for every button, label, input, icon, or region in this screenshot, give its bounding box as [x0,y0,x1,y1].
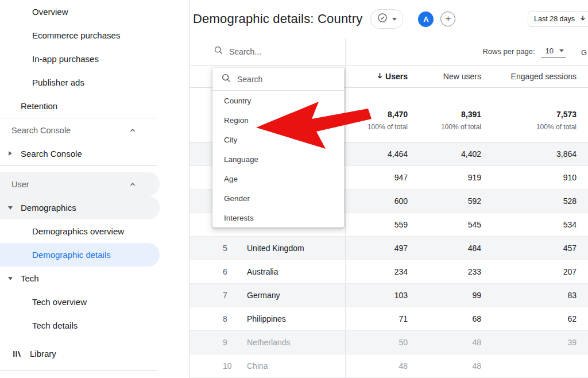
dropdown-option-region[interactable]: Region [212,110,344,130]
page-title: Demographic details: Country [193,11,362,26]
dropdown-option-interests[interactable]: Interests [212,208,344,227]
dropdown-search[interactable] [212,68,344,91]
rows-per-page: Rows per page: 10 [346,38,588,65]
search-icon [221,73,231,86]
dimension-cell: 7Germany [189,284,346,307]
country-name: Australia [247,267,278,276]
sidebar-item-tech-overview[interactable]: Tech overview [0,290,189,314]
engaged-sessions-value: 39 [481,331,588,354]
engaged-sessions-value [481,354,588,377]
triangle-down-icon [8,206,13,210]
dimension-cell: 9Netherlands [189,331,346,354]
users-value: 103 [346,284,408,307]
new-users-value: 484 [408,237,481,260]
dropdown-option-age[interactable]: Age [212,169,344,188]
engaged-sessions-value: 83 [481,284,588,307]
table-search-input[interactable] [229,47,315,56]
table-row[interactable]: 9Netherlands 50 48 39 [189,331,588,354]
avatar[interactable]: A [418,11,434,27]
country-name: Philippines [247,314,286,323]
sidebar-item-demographics[interactable]: Demographics [0,196,160,219]
total-percent: 100% of total [441,123,481,131]
new-users-value: 48 [408,354,481,377]
column-header-users[interactable]: Users [346,65,408,87]
column-header-engaged-sessions[interactable]: Engaged sessions [481,65,588,87]
users-value: 4,464 [346,142,408,165]
users-value: 497 [346,237,408,260]
sidebar-item-retention[interactable]: Retention [0,94,189,118]
engaged-sessions-value: 528 [481,190,588,213]
new-users-value: 233 [408,260,481,283]
dropdown-option-language[interactable]: Language [212,149,344,169]
engaged-sessions-value: 207 [481,260,588,283]
sidebar-item-publisher-ads[interactable]: Publisher ads [0,71,189,94]
sidebar-item-label: Demographics [21,203,76,213]
sidebar-item-tech[interactable]: Tech [0,267,189,290]
table-row[interactable]: 8Philippines 71 68 62 [189,307,588,331]
dimension-cell: 6Australia [189,260,346,283]
search-icon [214,45,223,57]
sidebar-item-demographic-details[interactable]: Demographic details [0,243,160,267]
new-users-value: 99 [408,284,481,307]
table-row[interactable]: 7Germany 103 99 83 [189,284,588,307]
data-quality-badge[interactable] [370,9,403,29]
totals-new-users: 8,391 100% of total [408,88,481,142]
check-circle-icon [377,12,388,26]
users-value: 71 [346,307,408,330]
country-name: Netherlands [247,338,291,347]
table-row[interactable]: 6Australia 234 233 207 [189,260,588,284]
engaged-sessions-value: 62 [481,307,588,330]
row-rank: 7 [223,291,247,300]
triangle-right-icon [9,151,12,156]
sidebar-section-label: Search Console [11,126,71,135]
total-percent: 100% of total [536,123,577,131]
sidebar-item-overview[interactable]: Overview [0,0,189,24]
sidebar-item-demographics-overview[interactable]: Demographics overview [0,219,189,243]
row-rank: 9 [223,338,247,347]
column-label: New users [443,72,481,81]
new-users-value: 919 [408,166,481,189]
sidebar-item-library[interactable]: Library [0,342,189,365]
go-to-label-partial: G [581,48,587,57]
table-row[interactable]: 5United Kingdom 497 484 457 [189,237,588,260]
sidebar-item-ecommerce-purchases[interactable]: Ecommerce purchases [0,24,189,47]
sidebar-section-user[interactable]: User [0,172,160,196]
chevron-up-icon [129,126,137,136]
report-header: Demographic details: Country A + Last 28… [189,0,588,38]
date-range-label: Last 28 days [534,15,575,23]
rows-per-page-label: Rows per page: [482,47,535,56]
sidebar-item-label: Tech [21,273,39,283]
row-rank: 8 [223,314,247,323]
table-search[interactable] [189,38,346,65]
dropdown-option-city[interactable]: City [212,130,344,149]
chevron-up-icon [129,180,137,190]
add-comparison-button[interactable]: + [440,11,455,26]
dropdown-search-input[interactable] [237,75,323,84]
sort-desc-icon [376,72,384,81]
sidebar-section-search-console[interactable]: Search Console [0,118,189,142]
dropdown-option-country[interactable]: Country [212,91,344,110]
rows-per-page-select[interactable]: 10 [541,45,566,58]
users-value: 600 [346,190,408,213]
table-row[interactable]: 10China 48 48 [189,354,588,378]
sidebar-item-label: Search Console [21,149,82,159]
sidebar-item-search-console[interactable]: Search Console [0,142,189,165]
users-value: 234 [346,260,408,283]
dropdown-option-gender[interactable]: Gender [212,188,344,208]
rows-per-page-value: 10 [546,47,554,55]
column-label: Users [385,72,408,81]
date-range-selector[interactable]: Last 28 days [528,11,588,27]
library-icon [11,349,22,361]
chevron-down-icon [559,49,564,52]
total-percent: 100% of total [368,123,408,131]
users-value: 50 [346,331,408,354]
engaged-sessions-value: 457 [481,237,588,260]
column-header-new-users[interactable]: New users [408,65,481,87]
sidebar-item-tech-details[interactable]: Tech details [0,314,189,337]
users-value: 559 [346,213,408,236]
users-value: 48 [346,354,408,377]
country-name: United Kingdom [247,244,304,253]
sidebar-section-label: User [11,180,29,189]
sidebar-item-in-app-purchases[interactable]: In-app purchases [0,47,189,71]
sidebar: Overview Ecommerce purchases In-app purc… [0,0,189,378]
